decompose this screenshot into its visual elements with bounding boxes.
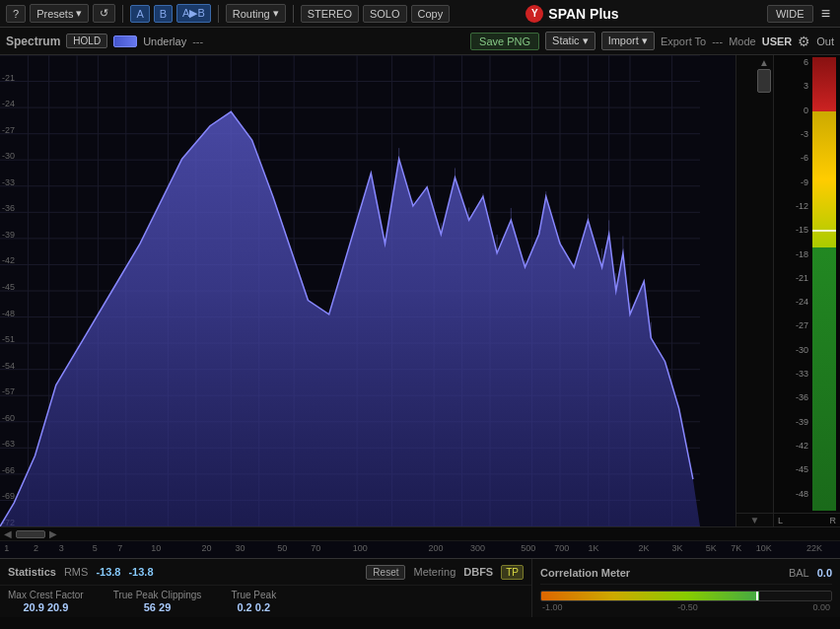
routing-arrow-icon: ▾ (273, 7, 279, 20)
main-area: ▲ ▼ 630-3-6-9-12-15-18-21-24-27-30-33-36… (0, 55, 840, 526)
freq-label-1K: 1K (588, 543, 598, 553)
freq-label-7K: 7K (731, 543, 741, 553)
meter-db-label--30: -30 (796, 345, 808, 355)
corr-top-row: Correlation Meter BAL 0.0 (540, 563, 832, 585)
scroll-up-arrow[interactable]: ▲ (759, 57, 769, 68)
meter-level-indicator (812, 230, 836, 232)
correlation-section: Correlation Meter BAL 0.0 -1.00 -0.50 0.… (532, 559, 840, 617)
brand-icon: Y (525, 5, 543, 23)
r-label: R (830, 516, 837, 525)
true-peak-value: 0.2 0.2 (237, 601, 270, 613)
freq-scroll-left[interactable]: ◀ (4, 528, 12, 539)
meter-db-label--39: -39 (796, 417, 808, 427)
meter-column: 630-3-6-9-12-15-18-21-24-27-30-33-36-39-… (773, 55, 840, 526)
freq-label-3: 3 (59, 543, 64, 553)
divider-3 (293, 5, 294, 23)
db-scroll-thumb[interactable] (757, 69, 771, 93)
routing-button[interactable]: Routing ▾ (226, 4, 286, 23)
freq-label-5K: 5K (706, 543, 717, 553)
second-bar: Spectrum HOLD Underlay --- Save PNG Stat… (0, 28, 840, 55)
freq-label-100: 100 (353, 543, 368, 553)
stats-top-row: Statistics RMS -13.8 -13.8 Reset Meterin… (0, 559, 531, 586)
help-button[interactable]: ? (6, 5, 26, 23)
save-png-button[interactable]: Save PNG (470, 33, 539, 50)
freq-label-7: 7 (117, 543, 122, 553)
freq-scroll: ◀ ▶ (0, 527, 840, 541)
solo-button[interactable]: SOLO (363, 5, 407, 23)
mode-label: Mode (729, 35, 756, 47)
meter-db-label--42: -42 (796, 441, 808, 451)
db-scale-area: ▲ ▼ (735, 55, 773, 526)
freq-scroll-thumb[interactable] (16, 530, 45, 538)
meter-db-label-3: 3 (804, 81, 808, 91)
meter-db-label--36: -36 (796, 392, 808, 402)
statistics-bar: Statistics RMS -13.8 -13.8 Reset Meterin… (0, 558, 840, 617)
stats-bottom-row: Max Crest Factor 20.9 20.9 True Peak Cli… (0, 586, 531, 617)
meter-yellow (812, 111, 836, 247)
stereo-button[interactable]: STEREO (301, 5, 359, 23)
max-crest-label: Max Crest Factor (8, 590, 84, 600)
meter-db-label--18: -18 (796, 249, 808, 259)
meter-db-label--9: -9 (801, 177, 808, 187)
freq-scroll-area: ◀ ▶ 1235710203050701002003005007001K2K3K… (0, 526, 840, 558)
statistics-label: Statistics (8, 566, 56, 578)
true-peak: True Peak 0.2 0.2 (231, 590, 276, 613)
scroll-down-arrow[interactable]: ▼ (750, 515, 760, 525)
wide-button[interactable]: WIDE (767, 5, 813, 23)
freq-label-70: 70 (311, 543, 320, 553)
out-label: Out (816, 35, 834, 47)
presets-button[interactable]: Presets ▾ (30, 4, 89, 23)
presets-arrow-icon: ▾ (76, 7, 82, 20)
presets-label: Presets (36, 8, 73, 20)
max-crest-factor: Max Crest Factor 20.9 20.9 (8, 590, 84, 613)
reset-button[interactable]: Reset (366, 565, 405, 580)
corr-scale-neg05: -0.50 (677, 602, 698, 612)
underlay-dots: --- (192, 35, 203, 47)
rms-label: RMS (64, 566, 88, 578)
menu-button[interactable]: ≡ (817, 5, 834, 23)
meter-db-label--45: -45 (796, 464, 808, 474)
copy-button[interactable]: Copy (411, 5, 451, 23)
true-peak-clippings-label: True Peak Clippings (113, 590, 202, 600)
static-button[interactable]: Static ▾ (545, 32, 595, 50)
import-button[interactable]: Import ▾ (601, 32, 655, 50)
gear-button[interactable]: ⚙ (798, 34, 810, 49)
meter-db-label--24: -24 (796, 297, 808, 307)
meter-bar (812, 57, 836, 511)
freq-scroll-right[interactable]: ▶ (49, 528, 57, 539)
freq-label-500: 500 (521, 543, 535, 553)
meter-db-label--15: -15 (796, 225, 808, 235)
freq-label-20: 20 (201, 543, 211, 553)
b-button[interactable]: B (154, 5, 173, 23)
spectrum-area[interactable] (0, 55, 735, 526)
freq-axis: 1235710203050701002003005007001K2K3K5K7K… (0, 541, 840, 559)
a-button[interactable]: A (130, 5, 149, 23)
routing-label: Routing (233, 8, 270, 20)
export-label: Export To (661, 35, 706, 47)
hold-button[interactable]: HOLD (66, 34, 107, 48)
db-scroll-bottom: ▼ (736, 513, 773, 526)
rms-value2: -13.8 (128, 566, 153, 578)
export-dots: --- (712, 35, 723, 47)
divider-1 (122, 5, 123, 23)
correlation-fill (541, 592, 759, 600)
meter-green (812, 247, 836, 511)
refresh-button[interactable]: ↺ (93, 4, 115, 23)
freq-label-1: 1 (4, 543, 9, 553)
l-label: L (778, 516, 783, 525)
import-arrow-icon: ▾ (642, 35, 648, 46)
meter-db-label--21: -21 (796, 273, 808, 283)
freq-label-22K: 22K (806, 543, 822, 553)
rms-value1: -13.8 (96, 566, 120, 578)
true-peak-label: True Peak (231, 590, 276, 600)
divider-2 (218, 5, 219, 23)
top-bar: ? Presets ▾ ↺ A B A▶B Routing ▾ STEREO S… (0, 0, 840, 28)
ab-button[interactable]: A▶B (176, 4, 211, 23)
meter-red (812, 57, 836, 111)
tp-button[interactable]: TP (501, 565, 524, 580)
meter-db-label--33: -33 (796, 369, 808, 379)
freq-label-3K: 3K (672, 543, 683, 553)
meter-db-label--48: -48 (796, 489, 808, 499)
freq-label-10K: 10K (756, 543, 772, 553)
freq-label-5: 5 (93, 543, 98, 553)
